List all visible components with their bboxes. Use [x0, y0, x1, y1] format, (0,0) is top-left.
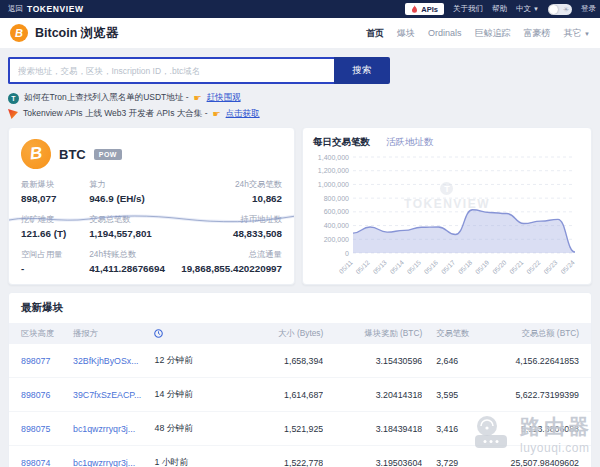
stat-latest-block: 最新爆块898,077 [21, 179, 89, 204]
sun-icon: ☀ [563, 6, 569, 13]
bitcoin-icon: B [10, 24, 28, 42]
blocks-table: 区块高度 播报方 大小 (Bytes) 爆块奖励 (BTC) 交易笔数 交易总额… [9, 323, 591, 467]
block-total: 5,622.73199399 [480, 378, 591, 412]
stat-circulating-supply: 总流通量19,868,855.420220997 [181, 249, 282, 274]
block-time: 48 分钟前 [154, 412, 230, 446]
stat-24h-txs: 24h交易笔数10,862 [181, 179, 282, 204]
tab-daily-transactions[interactable]: 每日交易笔数 [313, 136, 370, 149]
pointer-icon: ☛ [213, 109, 221, 119]
block-reward: 3.18439418 [323, 412, 422, 446]
about-link[interactable]: 关于我们 [453, 4, 483, 14]
svg-text:1,200,000: 1,200,000 [318, 167, 349, 174]
search-input[interactable] [8, 57, 334, 84]
block-size: 1,614,687 [230, 378, 323, 412]
clock-icon [154, 329, 163, 338]
block-txs: 3,416 [422, 412, 480, 446]
tx-chart: 0200,000400,000600,000800,0001,000,0001,… [313, 151, 581, 279]
stat-hashrate: 算力946.9 (EH/s) [89, 179, 181, 204]
notice-tron: T 如何在Tron上查找列入黑名单的USDT地址 - ☛ 赶快围观 [8, 92, 592, 104]
svg-text:05/14: 05/14 [388, 258, 405, 275]
block-height-link[interactable]: 898075 [21, 424, 50, 434]
block-txs: 3,729 [422, 446, 480, 467]
consensus-badge: POW [94, 149, 122, 160]
svg-text:05/20: 05/20 [491, 258, 508, 275]
page-title: Bitcoin 浏览器 [35, 25, 118, 42]
login-link[interactable]: 登录 [581, 4, 596, 14]
svg-text:400,000: 400,000 [324, 222, 349, 229]
miner-link[interactable]: bc1qwzrryqr3j... [73, 424, 135, 434]
stat-difficulty: 挖矿难度121.66 (T) [21, 214, 89, 239]
nav-item-blocks[interactable]: 爆块 [397, 27, 415, 40]
latest-blocks-card: 最新爆块 区块高度 播报方 大小 (Bytes) 爆块奖励 (BTC) 交易笔数… [8, 292, 592, 467]
block-txs: 2,646 [422, 344, 480, 378]
language-selector[interactable]: 中文 ▼ [516, 4, 539, 14]
section-title: 最新爆块 [9, 301, 591, 323]
nav-item-ordinals[interactable]: Ordinals [428, 28, 462, 38]
navbar: B Bitcoin 浏览器 首页 爆块 Ordinals 巨鲸追踪 富豪榜 其它… [0, 18, 600, 48]
notice-tokenview: Tokenview APIs 上线 Web3 开发者 APIs 大合集 - ☛ … [8, 108, 592, 120]
notice-text: Tokenview APIs 上线 Web3 开发者 APIs 大合集 - [23, 108, 208, 120]
svg-text:05/22: 05/22 [525, 258, 542, 275]
block-txs: 3,595 [422, 378, 480, 412]
col-time[interactable] [154, 323, 230, 344]
coin-symbol: BTC [59, 147, 86, 162]
tron-icon: T [8, 93, 19, 104]
nav-item-home[interactable]: 首页 [366, 27, 384, 40]
stat-holder-addresses: 持币地址数48,833,508 [181, 214, 282, 239]
table-row: 898074 bc1qwzrryqr3j... 1 小时前 1,522,778 … [9, 446, 591, 467]
svg-text:05/19: 05/19 [474, 258, 491, 275]
block-total: 25,507.98409602 [480, 446, 591, 467]
nav-item-others[interactable]: 其它 ▼ [564, 27, 590, 40]
block-time: 12 分钟前 [154, 344, 230, 378]
table-header-row: 区块高度 播报方 大小 (Bytes) 爆块奖励 (BTC) 交易笔数 交易总额… [9, 323, 591, 344]
nav-item-rich-list[interactable]: 富豪榜 [524, 27, 551, 40]
notice-link[interactable]: 赶快围观 [207, 92, 241, 104]
apis-button[interactable]: APIs [405, 3, 444, 15]
bitcoin-icon: B [20, 138, 53, 171]
chevron-down-icon: ▼ [533, 6, 539, 12]
theme-toggle[interactable]: ☀ [548, 4, 572, 15]
search-button[interactable]: 搜索 [334, 57, 390, 84]
miner-link[interactable]: 32BfKjhByOSx... [73, 356, 139, 366]
pointer-icon: ☛ [194, 93, 202, 103]
tokenview-logo[interactable]: TOKENVIEW [27, 4, 84, 14]
svg-text:200,000: 200,000 [324, 236, 349, 243]
notice-text: 如何在Tron上查找列入黑名单的USDT地址 - [24, 92, 189, 104]
block-size: 1,658,394 [230, 344, 323, 378]
svg-text:600,000: 600,000 [324, 208, 349, 215]
miner-link[interactable]: 39C7fxSzEACP... [73, 390, 141, 400]
block-reward: 3.15430596 [323, 344, 422, 378]
help-link[interactable]: 帮助 [492, 4, 507, 14]
block-reward: 3.19503604 [323, 446, 422, 467]
col-miner: 播报方 [73, 323, 154, 344]
svg-text:800,000: 800,000 [324, 195, 349, 202]
col-total: 交易总额 (BTC) [480, 323, 591, 344]
svg-text:05/23: 05/23 [542, 258, 559, 275]
svg-text:05/21: 05/21 [508, 258, 525, 275]
svg-text:1,000,000: 1,000,000 [318, 181, 349, 188]
table-row: 898077 32BfKjhByOSx... 12 分钟前 1,658,394 … [9, 344, 591, 378]
tokenview-icon [8, 109, 18, 119]
block-time: 14 分钟前 [154, 378, 230, 412]
apis-label: APIs [421, 5, 438, 14]
daily-chart-card: 每日交易笔数 活跃地址数 T TOKENVIEW 0200,000400,000… [302, 127, 592, 285]
svg-text:05/18: 05/18 [457, 258, 474, 275]
table-row: 898075 bc1qwzrryqr3j... 48 分钟前 1,521,925… [9, 412, 591, 446]
block-height-link[interactable]: 898074 [21, 458, 50, 467]
block-height-link[interactable]: 898077 [21, 356, 50, 366]
block-height-link[interactable]: 898076 [21, 390, 50, 400]
svg-text:05/17: 05/17 [440, 258, 457, 275]
svg-text:05/16: 05/16 [423, 258, 440, 275]
tab-active-addresses[interactable]: 活跃地址数 [386, 136, 434, 149]
table-row: 898076 39C7fxSzEACP... 14 分钟前 1,614,687 … [9, 378, 591, 412]
flame-icon [411, 5, 418, 14]
miner-link[interactable]: bc1qwzrryqr3j... [73, 458, 135, 467]
col-size: 大小 (Bytes) [230, 323, 323, 344]
col-reward: 爆块奖励 (BTC) [323, 323, 422, 344]
notice-link[interactable]: 点击获取 [226, 108, 260, 120]
block-total: 4,156.22641853 [480, 344, 591, 378]
nav-item-whale-tracking[interactable]: 巨鲸追踪 [475, 27, 511, 40]
stat-24h-transfers: 24h转账总数41,411.28676694 [89, 249, 181, 274]
back-link[interactable]: 返回 [8, 4, 23, 14]
svg-text:0: 0 [345, 250, 349, 257]
